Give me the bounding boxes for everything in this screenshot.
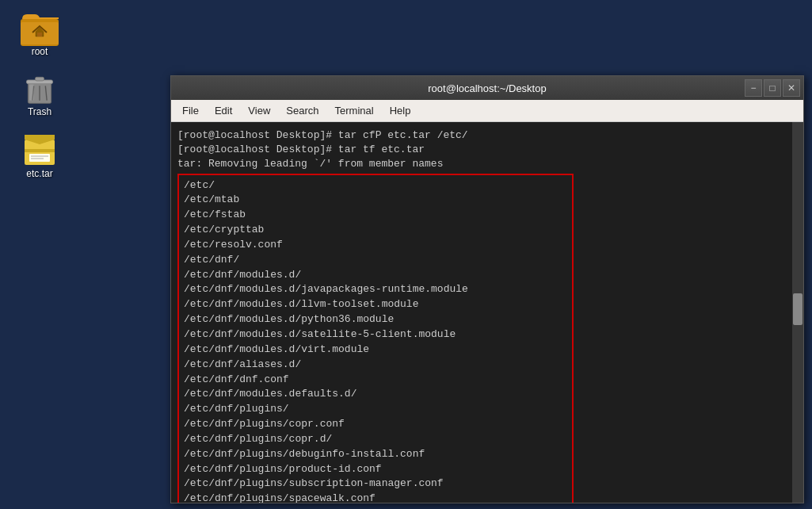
prompt-line-3: tar: Removing leading `/' from member na… [177,157,797,171]
svg-rect-2 [37,33,42,36]
file-list-item: /etc/fstab [184,208,567,223]
file-list-item: /etc/dnf/modules.defaults.d/ [184,387,567,402]
file-list-item: /etc/dnf/modules.d/python36.module [184,312,567,327]
file-list-item: /etc/ [184,178,567,193]
etctar-icon-container[interactable]: etc.tar [8,128,71,182]
prompt-line-1: [root@localhost Desktop]# tar cfP etc.ta… [177,128,797,143]
file-list-item: /etc/dnf/plugins/product-id.conf [184,462,567,477]
trash-svg [22,71,57,106]
desktop: root Trash [0,0,812,509]
file-list-item: /etc/dnf/modules.d/javapackages-runtime.… [184,282,567,297]
svg-rect-9 [29,85,34,101]
file-list-item: /etc/dnf/modules.d/virt.module [184,343,567,358]
file-list-item: /etc/mtab [184,193,567,208]
file-list-item: /etc/dnf/aliases.d/ [184,358,567,373]
trash-label: Trash [28,106,51,117]
file-list-item: /etc/dnf/plugins/subscription-manager.co… [184,476,567,492]
file-list-item: /etc/dnf/dnf.conf [184,373,567,388]
etctar-label: etc.tar [26,168,52,179]
file-list-item: /etc/dnf/modules.d/llvm-toolset.module [184,297,567,312]
menu-file[interactable]: File [174,103,207,118]
folder-svg [21,11,59,46]
maximize-button[interactable]: □ [764,79,781,97]
menu-bar: File Edit View Search Terminal Help [171,100,803,122]
terminal-window: root@localhost:~/Desktop − □ ✕ File Edit… [170,75,804,503]
menu-view[interactable]: View [240,103,278,118]
terminal-output: [root@localhost Desktop]# tar cfP etc.ta… [177,128,797,503]
file-list-item: /etc/dnf/plugins/ [184,402,567,417]
file-list-item: /etc/dnf/modules.d/satellite-5-client.mo… [184,327,567,343]
scrollbar-thumb[interactable] [793,293,802,325]
svg-rect-12 [29,154,50,162]
scrollbar-track[interactable] [792,122,803,503]
prompt-line-2: [root@localhost Desktop]# tar tf etc.tar [177,143,797,157]
tar-svg [21,132,58,168]
trash-icon-container[interactable]: Trash [8,68,71,121]
file-list-item: /etc/dnf/plugins/copr.conf [184,417,567,432]
file-list-item: /etc/crypttab [184,223,567,238]
menu-search[interactable]: Search [278,103,326,118]
root-label: root [32,46,48,57]
root-folder-icon[interactable]: root [8,8,71,60]
file-list-item: /etc/resolv.conf [184,238,567,253]
close-button[interactable]: ✕ [783,79,800,97]
title-bar: root@localhost:~/Desktop − □ ✕ [171,76,803,100]
file-list-item: /etc/dnf/plugins/debuginfo-install.conf [184,447,567,462]
window-controls: − □ ✕ [745,79,800,97]
terminal-title: root@localhost:~/Desktop [428,82,546,94]
desktop-icons: root Trash [0,0,79,182]
minimize-button[interactable]: − [745,79,762,97]
svg-rect-11 [25,149,55,152]
menu-help[interactable]: Help [382,103,419,118]
file-list-item: /etc/dnf/modules.d/ [184,268,567,283]
file-list-item: /etc/dnf/ [184,253,567,268]
file-list-item: /etc/dnf/plugins/spacewalk.conf [184,492,567,503]
file-list-item: /etc/dnf/plugins/copr.d/ [184,432,567,447]
file-list-box: /etc//etc/mtab/etc/fstab/etc/crypttab/et… [177,174,574,503]
svg-rect-8 [36,77,44,81]
menu-edit[interactable]: Edit [207,103,240,118]
terminal-content[interactable]: [root@localhost Desktop]# tar cfP etc.ta… [171,122,803,503]
menu-terminal[interactable]: Terminal [327,103,382,118]
